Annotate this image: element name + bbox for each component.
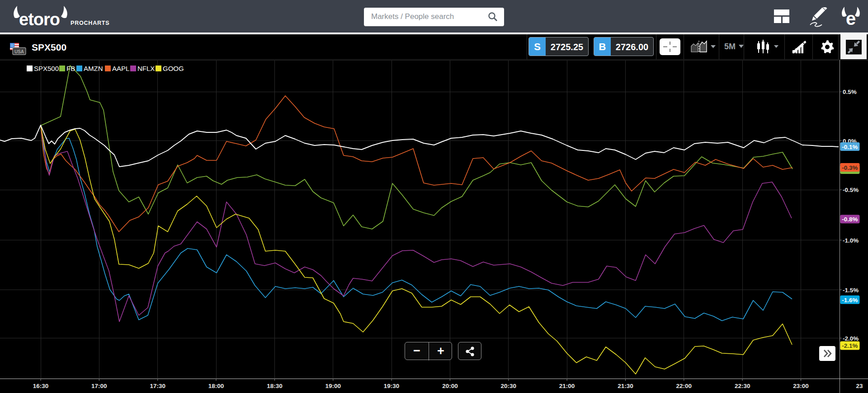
svg-text:-0.8%: -0.8% (842, 216, 858, 223)
svg-text:20:30: 20:30 (501, 383, 517, 389)
svg-text:-0.3%: -0.3% (842, 164, 858, 171)
svg-text:USA: USA (14, 49, 24, 54)
svg-text:0.5%: 0.5% (843, 89, 857, 95)
svg-text:e: e (846, 9, 856, 27)
svg-text:-2.0%: -2.0% (843, 335, 859, 342)
svg-text:22:00: 22:00 (676, 383, 692, 389)
svg-text:-1.0%: -1.0% (843, 237, 859, 244)
svg-text:21:30: 21:30 (618, 383, 633, 389)
svg-text:SPX500: SPX500 (34, 65, 59, 72)
svg-text:NFLX: NFLX (137, 65, 155, 72)
svg-text:17:30: 17:30 (150, 383, 165, 389)
svg-text:-2.1%: -2.1% (842, 342, 858, 349)
svg-text:20:00: 20:00 (442, 383, 458, 389)
svg-text:-1.6%: -1.6% (842, 297, 858, 304)
svg-text:18:00: 18:00 (208, 383, 224, 389)
svg-text:GOOG: GOOG (163, 65, 184, 72)
svg-text:-1.5%: -1.5% (843, 287, 859, 294)
svg-text:22:30: 22:30 (735, 383, 750, 389)
svg-text:19:30: 19:30 (384, 383, 400, 389)
svg-text:AAPL: AAPL (112, 65, 129, 72)
svg-text:23: 23 (856, 383, 863, 389)
svg-text:21:00: 21:00 (559, 383, 575, 389)
svg-text:17:00: 17:00 (91, 383, 107, 389)
svg-text:18:30: 18:30 (267, 383, 283, 389)
svg-text:16:30: 16:30 (33, 383, 49, 389)
svg-text:-0.5%: -0.5% (843, 187, 859, 193)
svg-text:AMZN: AMZN (84, 65, 103, 72)
svg-text:23:00: 23:00 (793, 383, 809, 389)
svg-text:etoro: etoro (19, 10, 60, 29)
svg-text:FB: FB (66, 65, 75, 72)
svg-text:-0.1%: -0.1% (842, 144, 858, 150)
svg-text:19:00: 19:00 (326, 383, 341, 389)
